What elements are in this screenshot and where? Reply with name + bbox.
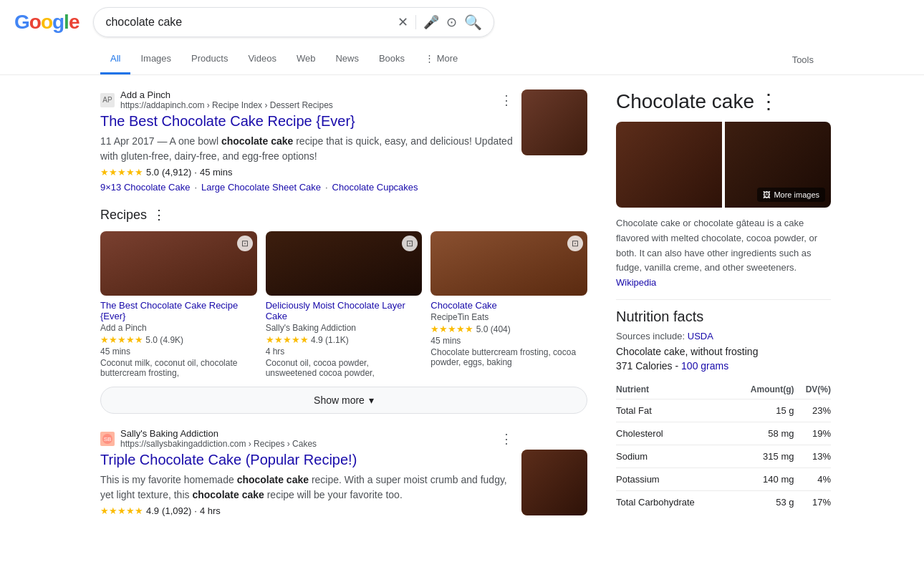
result-rating: ★★★★★ 5.0 (4,912) · 45 mins — [100, 167, 513, 178]
nutrition-row-4: Total Carbohydrate 53 g 17% — [616, 490, 831, 513]
kp-description: Chocolate cake or chocolate gâteau is a … — [616, 216, 831, 291]
cake-thumbnail-image — [521, 89, 587, 155]
nutrient-name: Sodium — [616, 445, 731, 467]
result2-rating-value: 4.9 — [146, 505, 159, 516]
col-nutrient: Nutrient — [616, 380, 731, 399]
review-count: (4,912) — [162, 167, 191, 178]
nutrition-row-1: Cholesterol 58 mg 19% — [616, 422, 831, 445]
recipe-title-3[interactable]: Chocolate Cake — [430, 300, 587, 311]
nutrition-title: Nutrition facts — [616, 309, 831, 325]
recipe-source-2: Sally's Baking Addiction — [266, 323, 423, 333]
bookmark-icon-2[interactable]: ⊡ — [402, 236, 418, 251]
result-link-2[interactable]: Large Chocolate Sheet Cake — [201, 182, 321, 193]
result-more-button[interactable]: ⋮ — [500, 92, 513, 108]
recipe-card-1[interactable]: ⊡ The Best Chocolate Cake Recipe {Ever} … — [100, 231, 257, 378]
result-title[interactable]: The Best Chocolate Cake Recipe {Ever} — [100, 113, 513, 130]
kp-image-main[interactable] — [616, 122, 722, 208]
recipe-time-1: 45 mins — [100, 346, 257, 357]
search-button[interactable]: 🔍 — [464, 14, 482, 31]
nutrient-dv: 17% — [794, 490, 831, 513]
recipe-title-1[interactable]: The Best Chocolate Cake Recipe {Ever} — [100, 300, 257, 321]
result2-time: 4 hrs — [200, 505, 221, 516]
result-link-3[interactable]: Chocolate Cupcakes — [332, 182, 418, 193]
result2-more-button[interactable]: ⋮ — [500, 431, 513, 447]
recipe-card-2[interactable]: ⊡ Deliciously Moist Chocolate Layer Cake… — [266, 231, 423, 378]
tab-all[interactable]: All — [100, 44, 130, 74]
kp-divider — [616, 299, 831, 300]
kp-desc-text: Chocolate cake or chocolate gâteau is a … — [616, 218, 817, 273]
search-icons: ✕ 🎤 ⊙ 🔍 — [398, 14, 482, 31]
nutrition-row-3: Potassium 140 mg 4% — [616, 467, 831, 490]
result2-source: SB Sally's Baking Addiction https://sall… — [100, 428, 513, 449]
result2-stars: ★★★★★ — [100, 505, 143, 516]
nutrient-name: Cholesterol — [616, 422, 731, 445]
recipe-ingredients-2: Coconut oil, cocoa powder, unsweetened c… — [266, 358, 423, 378]
more-images-button[interactable]: 🖼 More images — [757, 188, 825, 202]
wikipedia-link[interactable]: Wikipedia — [616, 277, 656, 288]
tab-products[interactable]: Products — [181, 44, 238, 74]
nutrient-amount: 58 mg — [731, 422, 794, 445]
result-favicon: AP — [100, 93, 115, 107]
tab-videos[interactable]: Videos — [238, 44, 287, 74]
recipe-title-2[interactable]: Deliciously Moist Chocolate Layer Cake — [266, 300, 423, 321]
col-amount: Amount(g) — [731, 380, 794, 399]
kp-image-side[interactable]: 🖼 More images — [725, 122, 831, 208]
result-link-1[interactable]: 9×13 Chocolate Cake — [100, 182, 190, 193]
result2-description: This is my favorite homemade chocolate c… — [100, 472, 513, 503]
tab-more[interactable]: ⋮ More — [415, 44, 468, 74]
recipe-image-2: ⊡ — [266, 231, 423, 296]
header: Google ✕ 🎤 ⊙ 🔍 — [0, 0, 924, 44]
result2-thumbnail — [521, 450, 587, 515]
results-column: AP Add a Pinch https://addapinch.com › R… — [100, 89, 587, 530]
knowledge-panel: Chocolate cake ⋮ 🖼 More images Chocolate… — [616, 89, 831, 530]
nutrient-dv: 23% — [794, 399, 831, 422]
tab-news[interactable]: News — [325, 44, 369, 74]
clear-button[interactable]: ✕ — [398, 14, 408, 30]
recipe-time-2: 4 hrs — [266, 346, 423, 357]
kp-title-text: Chocolate cake — [616, 90, 754, 113]
recipes-grid: ⊡ The Best Chocolate Cake Recipe {Ever} … — [100, 231, 587, 378]
result2-favicon: SB — [100, 432, 115, 446]
nutrition-row-2: Sodium 315 mg 13% — [616, 445, 831, 467]
dot-separator: · — [194, 167, 197, 178]
result2-dot: · — [194, 505, 197, 516]
nutrition-source: Sources include: USDA — [616, 331, 831, 341]
result2-title[interactable]: Triple Chocolate Cake (Popular Recipe!) — [100, 452, 513, 468]
result-content: AP Add a Pinch https://addapinch.com › R… — [100, 89, 513, 193]
result-thumbnail — [521, 89, 587, 155]
recipe-image-1: ⊡ — [100, 231, 257, 296]
result-item-2: SB Sally's Baking Addiction https://sall… — [100, 428, 587, 516]
bookmark-icon-3[interactable]: ⊡ — [567, 236, 583, 251]
source-url: https://addapinch.com › Recipe Index › D… — [120, 100, 333, 110]
nutrition-calories: 371 Calories - 100 grams — [616, 360, 831, 372]
lens-icon[interactable]: ⊙ — [446, 14, 457, 30]
per-serving-link[interactable]: 100 grams — [681, 360, 728, 372]
tools-button[interactable]: Tools — [782, 46, 824, 74]
svg-text:SB: SB — [104, 436, 112, 442]
result2-content: SB Sally's Baking Addiction https://sall… — [100, 428, 513, 516]
tab-images[interactable]: Images — [130, 44, 181, 74]
tab-books[interactable]: Books — [369, 44, 415, 74]
nutrient-dv: 4% — [794, 467, 831, 490]
search-input[interactable] — [105, 16, 392, 29]
recipes-more-icon[interactable]: ⋮ — [153, 207, 165, 223]
kp-more-icon[interactable]: ⋮ — [759, 89, 779, 113]
nutrient-name: Potassium — [616, 467, 731, 490]
tab-web[interactable]: Web — [287, 44, 326, 74]
usda-link[interactable]: USDA — [688, 331, 713, 341]
chevron-down-icon: ▾ — [369, 394, 374, 406]
result2-rating: ★★★★★ 4.9 (1,092) · 4 hrs — [100, 505, 513, 516]
result2-thumbnail-image — [521, 450, 587, 515]
show-more-button[interactable]: Show more ▾ — [100, 387, 587, 414]
result-with-thumb: AP Add a Pinch https://addapinch.com › R… — [100, 89, 587, 193]
recipe-card-3[interactable]: ⊡ Chocolate Cake RecipeTin Eats ★★★★★ 5.… — [430, 231, 587, 378]
voice-search-icon[interactable]: 🎤 — [423, 14, 439, 30]
recipe-rating-2: ★★★★★ 4.9 (1.1K) — [266, 334, 423, 345]
nutrient-name: Total Fat — [616, 399, 731, 422]
result2-source-url: https://sallysbakingaddiction.com › Reci… — [120, 439, 317, 449]
recipes-section: Recipes ⋮ ⊡ The Best Chocolate Cake Reci… — [100, 207, 587, 414]
recipe-stars-1: ★★★★★ — [100, 334, 143, 345]
recipe-time-3: 45 mins — [430, 336, 587, 346]
nutrient-amount: 140 mg — [731, 467, 794, 490]
bookmark-icon-1[interactable]: ⊡ — [237, 236, 253, 251]
